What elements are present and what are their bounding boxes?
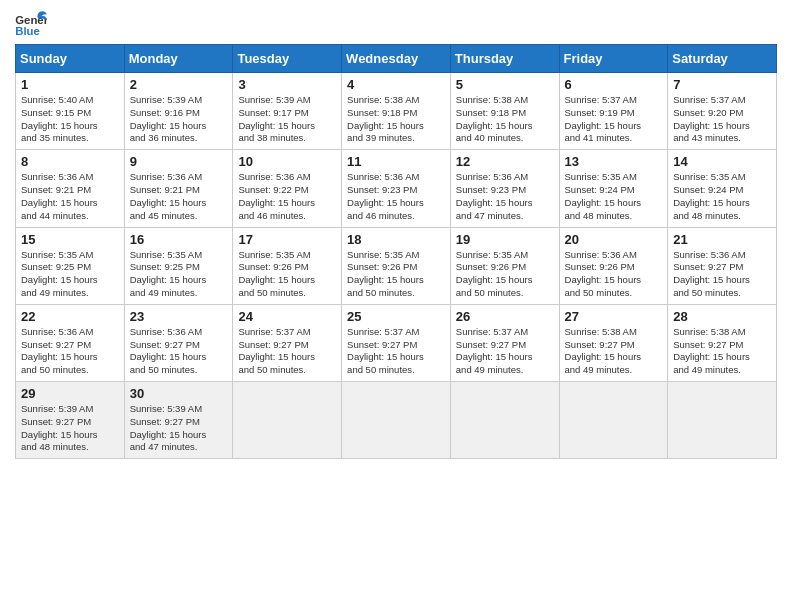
day-info: Sunrise: 5:39 AM Sunset: 9:16 PM Dayligh… <box>130 94 228 145</box>
day-info: Sunrise: 5:39 AM Sunset: 9:27 PM Dayligh… <box>130 403 228 454</box>
table-row: 24 Sunrise: 5:37 AM Sunset: 9:27 PM Dayl… <box>233 304 342 381</box>
table-row: 28 Sunrise: 5:38 AM Sunset: 9:27 PM Dayl… <box>668 304 777 381</box>
calendar-week-row: 29 Sunrise: 5:39 AM Sunset: 9:27 PM Dayl… <box>16 382 777 459</box>
day-number: 23 <box>130 309 228 324</box>
day-info: Sunrise: 5:37 AM Sunset: 9:27 PM Dayligh… <box>347 326 445 377</box>
table-row: 17 Sunrise: 5:35 AM Sunset: 9:26 PM Dayl… <box>233 227 342 304</box>
day-info: Sunrise: 5:36 AM Sunset: 9:27 PM Dayligh… <box>130 326 228 377</box>
day-number: 27 <box>565 309 663 324</box>
day-info: Sunrise: 5:35 AM Sunset: 9:24 PM Dayligh… <box>673 171 771 222</box>
header: General Blue <box>15 10 777 38</box>
day-info: Sunrise: 5:35 AM Sunset: 9:25 PM Dayligh… <box>21 249 119 300</box>
table-row: 8 Sunrise: 5:36 AM Sunset: 9:21 PM Dayli… <box>16 150 125 227</box>
day-info: Sunrise: 5:38 AM Sunset: 9:27 PM Dayligh… <box>673 326 771 377</box>
col-monday: Monday <box>124 45 233 73</box>
day-number: 17 <box>238 232 336 247</box>
table-row: 2 Sunrise: 5:39 AM Sunset: 9:16 PM Dayli… <box>124 73 233 150</box>
day-info: Sunrise: 5:38 AM Sunset: 9:27 PM Dayligh… <box>565 326 663 377</box>
col-friday: Friday <box>559 45 668 73</box>
day-number: 30 <box>130 386 228 401</box>
table-row: 22 Sunrise: 5:36 AM Sunset: 9:27 PM Dayl… <box>16 304 125 381</box>
day-number: 28 <box>673 309 771 324</box>
table-row <box>559 382 668 459</box>
col-sunday: Sunday <box>16 45 125 73</box>
table-row: 19 Sunrise: 5:35 AM Sunset: 9:26 PM Dayl… <box>450 227 559 304</box>
day-number: 21 <box>673 232 771 247</box>
day-number: 12 <box>456 154 554 169</box>
table-row: 18 Sunrise: 5:35 AM Sunset: 9:26 PM Dayl… <box>342 227 451 304</box>
day-number: 26 <box>456 309 554 324</box>
table-row: 14 Sunrise: 5:35 AM Sunset: 9:24 PM Dayl… <box>668 150 777 227</box>
day-info: Sunrise: 5:35 AM Sunset: 9:26 PM Dayligh… <box>456 249 554 300</box>
table-row: 26 Sunrise: 5:37 AM Sunset: 9:27 PM Dayl… <box>450 304 559 381</box>
day-info: Sunrise: 5:36 AM Sunset: 9:26 PM Dayligh… <box>565 249 663 300</box>
col-wednesday: Wednesday <box>342 45 451 73</box>
col-thursday: Thursday <box>450 45 559 73</box>
table-row: 10 Sunrise: 5:36 AM Sunset: 9:22 PM Dayl… <box>233 150 342 227</box>
table-row: 27 Sunrise: 5:38 AM Sunset: 9:27 PM Dayl… <box>559 304 668 381</box>
day-number: 25 <box>347 309 445 324</box>
day-info: Sunrise: 5:35 AM Sunset: 9:26 PM Dayligh… <box>238 249 336 300</box>
day-number: 15 <box>21 232 119 247</box>
day-number: 16 <box>130 232 228 247</box>
day-number: 29 <box>21 386 119 401</box>
day-number: 22 <box>21 309 119 324</box>
day-number: 5 <box>456 77 554 92</box>
col-tuesday: Tuesday <box>233 45 342 73</box>
table-row: 20 Sunrise: 5:36 AM Sunset: 9:26 PM Dayl… <box>559 227 668 304</box>
table-row: 3 Sunrise: 5:39 AM Sunset: 9:17 PM Dayli… <box>233 73 342 150</box>
calendar: Sunday Monday Tuesday Wednesday Thursday… <box>15 44 777 459</box>
day-info: Sunrise: 5:37 AM Sunset: 9:27 PM Dayligh… <box>456 326 554 377</box>
table-row: 29 Sunrise: 5:39 AM Sunset: 9:27 PM Dayl… <box>16 382 125 459</box>
table-row <box>668 382 777 459</box>
day-number: 14 <box>673 154 771 169</box>
day-info: Sunrise: 5:36 AM Sunset: 9:23 PM Dayligh… <box>456 171 554 222</box>
day-info: Sunrise: 5:35 AM Sunset: 9:26 PM Dayligh… <box>347 249 445 300</box>
table-row <box>450 382 559 459</box>
table-row: 13 Sunrise: 5:35 AM Sunset: 9:24 PM Dayl… <box>559 150 668 227</box>
day-info: Sunrise: 5:40 AM Sunset: 9:15 PM Dayligh… <box>21 94 119 145</box>
day-number: 9 <box>130 154 228 169</box>
table-row: 9 Sunrise: 5:36 AM Sunset: 9:21 PM Dayli… <box>124 150 233 227</box>
day-number: 24 <box>238 309 336 324</box>
svg-text:Blue: Blue <box>15 25 40 37</box>
day-number: 10 <box>238 154 336 169</box>
day-info: Sunrise: 5:36 AM Sunset: 9:21 PM Dayligh… <box>21 171 119 222</box>
day-info: Sunrise: 5:38 AM Sunset: 9:18 PM Dayligh… <box>347 94 445 145</box>
logo-icon: General Blue <box>15 10 47 38</box>
day-info: Sunrise: 5:39 AM Sunset: 9:17 PM Dayligh… <box>238 94 336 145</box>
table-row: 30 Sunrise: 5:39 AM Sunset: 9:27 PM Dayl… <box>124 382 233 459</box>
calendar-week-row: 8 Sunrise: 5:36 AM Sunset: 9:21 PM Dayli… <box>16 150 777 227</box>
day-info: Sunrise: 5:36 AM Sunset: 9:21 PM Dayligh… <box>130 171 228 222</box>
table-row: 12 Sunrise: 5:36 AM Sunset: 9:23 PM Dayl… <box>450 150 559 227</box>
day-info: Sunrise: 5:36 AM Sunset: 9:22 PM Dayligh… <box>238 171 336 222</box>
day-number: 1 <box>21 77 119 92</box>
day-info: Sunrise: 5:37 AM Sunset: 9:19 PM Dayligh… <box>565 94 663 145</box>
col-saturday: Saturday <box>668 45 777 73</box>
logo: General Blue <box>15 10 51 38</box>
day-number: 4 <box>347 77 445 92</box>
day-number: 3 <box>238 77 336 92</box>
table-row: 11 Sunrise: 5:36 AM Sunset: 9:23 PM Dayl… <box>342 150 451 227</box>
table-row <box>342 382 451 459</box>
day-info: Sunrise: 5:39 AM Sunset: 9:27 PM Dayligh… <box>21 403 119 454</box>
day-number: 13 <box>565 154 663 169</box>
table-row: 1 Sunrise: 5:40 AM Sunset: 9:15 PM Dayli… <box>16 73 125 150</box>
table-row: 23 Sunrise: 5:36 AM Sunset: 9:27 PM Dayl… <box>124 304 233 381</box>
day-info: Sunrise: 5:36 AM Sunset: 9:23 PM Dayligh… <box>347 171 445 222</box>
day-info: Sunrise: 5:36 AM Sunset: 9:27 PM Dayligh… <box>673 249 771 300</box>
day-number: 2 <box>130 77 228 92</box>
table-row: 7 Sunrise: 5:37 AM Sunset: 9:20 PM Dayli… <box>668 73 777 150</box>
table-row: 21 Sunrise: 5:36 AM Sunset: 9:27 PM Dayl… <box>668 227 777 304</box>
day-number: 19 <box>456 232 554 247</box>
day-info: Sunrise: 5:35 AM Sunset: 9:25 PM Dayligh… <box>130 249 228 300</box>
table-row: 6 Sunrise: 5:37 AM Sunset: 9:19 PM Dayli… <box>559 73 668 150</box>
day-number: 11 <box>347 154 445 169</box>
table-row <box>233 382 342 459</box>
day-number: 18 <box>347 232 445 247</box>
table-row: 25 Sunrise: 5:37 AM Sunset: 9:27 PM Dayl… <box>342 304 451 381</box>
day-number: 6 <box>565 77 663 92</box>
day-number: 7 <box>673 77 771 92</box>
table-row: 15 Sunrise: 5:35 AM Sunset: 9:25 PM Dayl… <box>16 227 125 304</box>
day-info: Sunrise: 5:38 AM Sunset: 9:18 PM Dayligh… <box>456 94 554 145</box>
